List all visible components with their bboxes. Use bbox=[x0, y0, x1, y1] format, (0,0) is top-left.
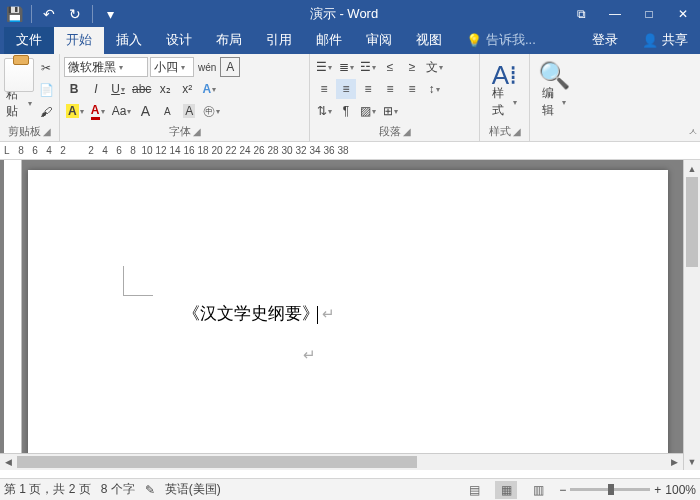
bold-button[interactable]: B bbox=[64, 79, 84, 99]
strikethrough-button[interactable]: abc bbox=[130, 79, 153, 99]
language-status[interactable]: 英语(美国) bbox=[165, 481, 221, 498]
ribbon-options-button[interactable]: ⧉ bbox=[564, 0, 598, 28]
font-size-combo[interactable]: 小四▾ bbox=[150, 57, 194, 77]
phonetic-guide-button[interactable]: wén bbox=[196, 57, 218, 77]
tab-home[interactable]: 开始 bbox=[54, 27, 104, 54]
web-layout-button[interactable]: ▥ bbox=[527, 481, 549, 499]
font-launcher[interactable]: ◢ bbox=[193, 126, 201, 137]
document-area: 《汉文学史纲要》↵ ↵ ▲ ▼ ◀ ▶ bbox=[0, 160, 700, 470]
align-right-button[interactable]: ≡ bbox=[358, 79, 378, 99]
undo-button[interactable]: ↶ bbox=[37, 2, 61, 26]
numbering-button[interactable]: ≣ bbox=[336, 57, 356, 77]
tab-review[interactable]: 审阅 bbox=[354, 27, 404, 54]
share-button[interactable]: 👤共享 bbox=[630, 27, 700, 54]
qat-more-button[interactable]: ▾ bbox=[98, 2, 122, 26]
read-mode-button[interactable]: ▤ bbox=[463, 481, 485, 499]
paste-button[interactable]: 粘贴 bbox=[4, 93, 34, 113]
scroll-thumb-v[interactable] bbox=[686, 177, 698, 267]
tab-insert[interactable]: 插入 bbox=[104, 27, 154, 54]
italic-button[interactable]: I bbox=[86, 79, 106, 99]
char-border-button[interactable]: A bbox=[220, 57, 240, 77]
decrease-indent-button[interactable]: ≤ bbox=[380, 57, 400, 77]
group-font: 微软雅黑▾ 小四▾ wén A B I U abc x₂ x² A A A Aa… bbox=[60, 54, 310, 141]
horizontal-ruler[interactable]: L 86 42 24 68 1012 1416 1820 2224 2628 3… bbox=[0, 142, 700, 160]
multilevel-button[interactable]: ☲ bbox=[358, 57, 378, 77]
shading-button[interactable]: ▨ bbox=[358, 101, 378, 121]
page[interactable]: 《汉文学史纲要》↵ ↵ bbox=[28, 170, 668, 470]
group-label-paragraph: 段落 bbox=[379, 124, 401, 139]
tab-design[interactable]: 设计 bbox=[154, 27, 204, 54]
word-count-status[interactable]: 8 个字 bbox=[101, 481, 135, 498]
zoom-in-button[interactable]: + bbox=[654, 483, 661, 497]
document-text[interactable]: 《汉文学史纲要》↵ bbox=[183, 302, 335, 325]
paragraph-launcher[interactable]: ◢ bbox=[403, 126, 411, 137]
cut-button[interactable]: ✂ bbox=[36, 58, 56, 78]
zoom-slider[interactable] bbox=[570, 488, 650, 491]
styles-button[interactable]: 样式 bbox=[490, 92, 519, 112]
superscript-button[interactable]: x² bbox=[177, 79, 197, 99]
save-button[interactable]: 💾 bbox=[2, 2, 26, 26]
show-marks-button[interactable]: ¶ bbox=[336, 101, 356, 121]
format-painter-button[interactable]: 🖌 bbox=[36, 102, 56, 122]
styles-launcher[interactable]: ◢ bbox=[513, 126, 521, 137]
group-styles: A⁞ 样式 样式◢ bbox=[480, 54, 530, 141]
horizontal-scrollbar[interactable]: ◀ ▶ bbox=[0, 453, 683, 470]
scroll-thumb-h[interactable] bbox=[17, 456, 417, 468]
tab-mailings[interactable]: 邮件 bbox=[304, 27, 354, 54]
grow-font-button[interactable]: A bbox=[135, 101, 155, 121]
spellcheck-status[interactable]: ✎ bbox=[145, 483, 155, 497]
redo-button[interactable]: ↻ bbox=[63, 2, 87, 26]
enclose-char-button[interactable]: ㊥ bbox=[201, 101, 222, 121]
tell-me[interactable]: 💡告诉我... bbox=[454, 27, 548, 54]
scroll-left-button[interactable]: ◀ bbox=[0, 454, 17, 470]
zoom-level[interactable]: 100% bbox=[665, 483, 696, 497]
close-button[interactable]: ✕ bbox=[666, 0, 700, 28]
char-shading-button[interactable]: A bbox=[179, 101, 199, 121]
change-case-button[interactable]: Aa bbox=[110, 101, 134, 121]
text-effects-button[interactable]: A bbox=[199, 79, 219, 99]
share-icon: 👤 bbox=[642, 33, 658, 48]
status-bar: 第 1 页，共 2 页 8 个字 ✎ 英语(美国) ▤ ▦ ▥ − + 100% bbox=[0, 478, 700, 500]
tab-file[interactable]: 文件 bbox=[4, 27, 54, 54]
highlight-button[interactable]: A bbox=[64, 101, 86, 121]
clipboard-launcher[interactable]: ◢ bbox=[43, 126, 51, 137]
copy-button[interactable]: 📄 bbox=[36, 80, 56, 100]
title-bar: 💾 ↶ ↻ ▾ 演示 - Word ⧉ — □ ✕ bbox=[0, 0, 700, 28]
underline-button[interactable]: U bbox=[108, 79, 128, 99]
scroll-down-button[interactable]: ▼ bbox=[684, 453, 700, 470]
margin-corner bbox=[123, 266, 153, 296]
bullets-button[interactable]: ☰ bbox=[314, 57, 334, 77]
font-color-button[interactable]: A bbox=[88, 101, 108, 121]
increase-indent-button[interactable]: ≥ bbox=[402, 57, 422, 77]
print-layout-button[interactable]: ▦ bbox=[495, 481, 517, 499]
maximize-button[interactable]: □ bbox=[632, 0, 666, 28]
tab-references[interactable]: 引用 bbox=[254, 27, 304, 54]
justify-button[interactable]: ≡ bbox=[380, 79, 400, 99]
group-label-clipboard: 剪贴板 bbox=[8, 124, 41, 139]
minimize-button[interactable]: — bbox=[598, 0, 632, 28]
group-paragraph: ☰ ≣ ☲ ≤ ≥ 文 ≡ ≡ ≡ ≡ ≡ ↕ ⇅ ¶ ▨ ⊞ 段落◢ bbox=[310, 54, 480, 141]
page-number-status[interactable]: 第 1 页，共 2 页 bbox=[4, 481, 91, 498]
vertical-ruler[interactable] bbox=[4, 160, 22, 470]
sort-button[interactable]: ⇅ bbox=[314, 101, 334, 121]
login-button[interactable]: 登录 bbox=[580, 27, 630, 54]
quick-access-toolbar: 💾 ↶ ↻ ▾ bbox=[0, 2, 124, 26]
borders-button[interactable]: ⊞ bbox=[380, 101, 400, 121]
vertical-scrollbar[interactable]: ▲ ▼ bbox=[683, 160, 700, 470]
collapse-ribbon-button[interactable]: ㅅ bbox=[688, 125, 698, 139]
align-left-button[interactable]: ≡ bbox=[314, 79, 334, 99]
font-name-combo[interactable]: 微软雅黑▾ bbox=[64, 57, 148, 77]
window-title: 演示 - Word bbox=[124, 5, 564, 23]
line-spacing-button[interactable]: ↕ bbox=[424, 79, 444, 99]
tab-layout[interactable]: 布局 bbox=[204, 27, 254, 54]
tab-view[interactable]: 视图 bbox=[404, 27, 454, 54]
shrink-font-button[interactable]: A bbox=[157, 101, 177, 121]
distribute-button[interactable]: ≡ bbox=[402, 79, 422, 99]
scroll-right-button[interactable]: ▶ bbox=[666, 454, 683, 470]
align-center-button[interactable]: ≡ bbox=[336, 79, 356, 99]
editing-button[interactable]: 编辑 bbox=[540, 92, 568, 112]
subscript-button[interactable]: x₂ bbox=[155, 79, 175, 99]
zoom-out-button[interactable]: − bbox=[559, 483, 566, 497]
asian-layout-button[interactable]: 文 bbox=[424, 57, 445, 77]
scroll-up-button[interactable]: ▲ bbox=[684, 160, 700, 177]
